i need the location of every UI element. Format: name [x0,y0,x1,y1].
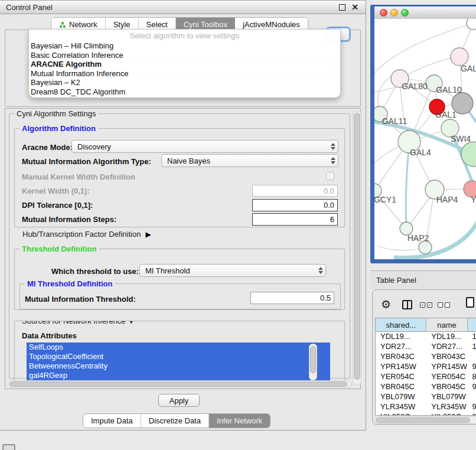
sources-title[interactable]: Sources for Network Inference ▼ [19,321,137,325]
kernel-width-field[interactable]: 0.0 [252,185,338,197]
node-label: GAL [461,64,476,73]
panel-title: Control Panel [6,3,53,12]
table-horizontal-thumb[interactable] [376,418,470,423]
which-threshold-label: Which threshold to use: [51,267,139,276]
column-header[interactable]: name [426,318,467,331]
table-row[interactable]: YBR045CYBR045C9. [376,382,476,392]
column-browser-icon[interactable] [402,300,412,309]
settings-gear-icon[interactable]: ⚙ [381,298,391,311]
table-row[interactable]: YDL19...YDL19...13 [376,332,476,342]
dropdown-item[interactable]: ARACNE Algorithm [29,60,340,69]
network-edge[interactable] [400,57,459,79]
table-row[interactable]: YER054CYER054C8. [376,372,476,382]
section-title: MI Threshold Definition [25,279,115,288]
table-row[interactable]: YLR345WYLR345W9. [376,402,476,412]
attribute-item[interactable]: gal4RGexp [27,371,330,380]
table-row[interactable]: YBL079WYBL079W [376,392,476,402]
manual-kernel-checkbox[interactable] [326,172,334,180]
network-node[interactable] [467,19,476,30]
which-threshold-combo[interactable]: MI Threshold [139,264,326,277]
dropdown-prompt: Select algorithm to view settings [29,30,340,41]
expand-triangle-icon: ▶ [145,230,151,239]
table-body: YDL19...YDL19...13YDR27...YDR27...12YBR0… [376,332,476,416]
mi-threshold-field[interactable]: 0.5 [250,292,334,304]
column-header[interactable]: shared... [376,318,426,331]
mi-type-combo[interactable]: Naive Bayes [161,154,338,167]
dropdown-item[interactable]: Bayesian – K2 [29,78,340,87]
settings-scroll-pane: Cyni Algorithm Settings Algorithm Defini… [5,108,361,389]
minimized-panel-icon[interactable] [2,444,15,450]
node-table[interactable]: shared...nameA YDL19...YDL19...13YDR27..… [375,318,476,416]
table-panel-titlebar: Table Panel [370,270,476,289]
node-label: GAL10 [436,85,462,94]
traffic-light-zoom-icon[interactable] [401,9,409,17]
table-row[interactable]: YPR145WYPR145W9. [376,362,476,372]
dropdown-item[interactable]: Bayesian – Hill Climbing [29,41,340,51]
network-canvas[interactable]: GALGAL80GAL10GAL1GAL11SWI4GAL4GCY1HAP4YH… [374,19,476,259]
network-edge[interactable] [406,143,409,229]
mi-threshold-label: Mutual Information Threshold: [25,295,136,304]
bottom-tab-impute-data[interactable]: Impute Data [83,414,141,428]
hub-definition-label: Hub/Transcription Factor Definition [22,230,141,239]
algorithm-definition-group: Algorithm Definition Aracne Mode: Discov… [14,128,345,227]
table-cell: YDR27... [426,342,467,352]
table-horizontal-scrollbar[interactable] [374,416,476,424]
dropdown-item[interactable]: Basic Correlation Inference [29,51,340,60]
bottom-tab-discretize-data[interactable]: Discretize Data [141,414,209,428]
hub-definition-expander[interactable]: Hub/Transcription Factor Definition ▶ [22,230,151,239]
deselect-all-icon[interactable] [438,302,450,308]
bottom-tab-infer-network[interactable]: Infer Network [209,414,270,428]
table-cell: 9. [467,382,476,392]
collapse-triangle-icon: ▼ [128,321,135,325]
import-table-icon[interactable] [466,297,474,308]
table-cell: 9. [467,362,476,372]
table-row[interactable]: YIL053CYIL053C9 [376,412,476,416]
kernel-width-label: Kernel Width (0,1): [22,187,90,195]
network-edge[interactable] [377,246,425,250]
settings-vertical-scrollbar[interactable] [353,111,361,385]
dpi-tolerance-field[interactable]: 0.0 [252,199,338,211]
network-icon [59,21,66,28]
traffic-light-close-icon[interactable] [380,9,387,17]
settings-vertical-thumb[interactable] [354,113,360,380]
attribute-item[interactable]: BetweennessCentrality [27,361,330,371]
checked-box-icon: ✓ [427,302,432,308]
app-root: Control Panel ✕ NetworkStyleSelectCyni T… [0,0,476,450]
attribute-item[interactable]: SelfLoops [27,343,330,352]
mi-threshold-group: MI Threshold Definition Mutual Informati… [19,283,341,309]
node-label: GAL4 [410,148,431,157]
data-attributes-list[interactable]: SelfLoopsTopologicalCoefficientBetweenne… [27,343,330,381]
list-scrollbar-thumb[interactable] [310,346,316,373]
settings-horizontal-thumb[interactable] [9,381,347,387]
apply-button[interactable]: Apply [158,394,200,407]
list-scrollbar[interactable] [309,344,317,380]
table-row[interactable]: YDR27...YDR27...12 [376,342,476,352]
table-cell: 13 [467,332,476,342]
mi-steps-field[interactable]: 6 [252,213,338,226]
close-icon[interactable]: ✕ [351,2,358,12]
attribute-item[interactable]: TopologicalCoefficient [27,352,330,361]
network-node[interactable] [419,241,432,254]
table-cell: 8. [467,372,476,382]
tab-label: Select [146,20,168,29]
tab-label: jActiveMNodules [243,20,300,29]
table-row[interactable]: YBR043CYBR043C [376,352,476,362]
float-window-icon[interactable] [339,4,345,11]
node-label: HAP4 [436,195,458,204]
select-all-icon[interactable]: ✓✓ [420,302,432,308]
dropdown-items: Bayesian – Hill ClimbingBasic Correlatio… [29,41,340,97]
cyni-algorithm-settings-group: Cyni Algorithm Settings Algorithm Defini… [9,113,350,379]
column-header[interactable]: A [468,318,476,331]
table-cell: YBR043C [426,352,467,362]
settings-horizontal-scrollbar[interactable] [8,380,351,388]
dropdown-item[interactable]: Dream8 DC_TDC Algorithm [29,87,340,97]
dropdown-item[interactable]: Mutual Information Inference [29,69,340,79]
network-graph[interactable]: GALGAL80GAL10GAL1GAL11SWI4GAL4GCY1HAP4YH… [374,19,476,259]
table-cell: 9 [467,412,476,416]
mi-type-label: Mutual Information Algorithm Type: [22,157,151,166]
tab-label: Network [69,20,97,29]
aracne-mode-combo[interactable]: Discovery [71,140,338,153]
network-node-gal[interactable] [451,48,468,66]
table-cell: YLR345W [376,402,426,412]
traffic-light-minimize-icon[interactable] [390,9,398,17]
